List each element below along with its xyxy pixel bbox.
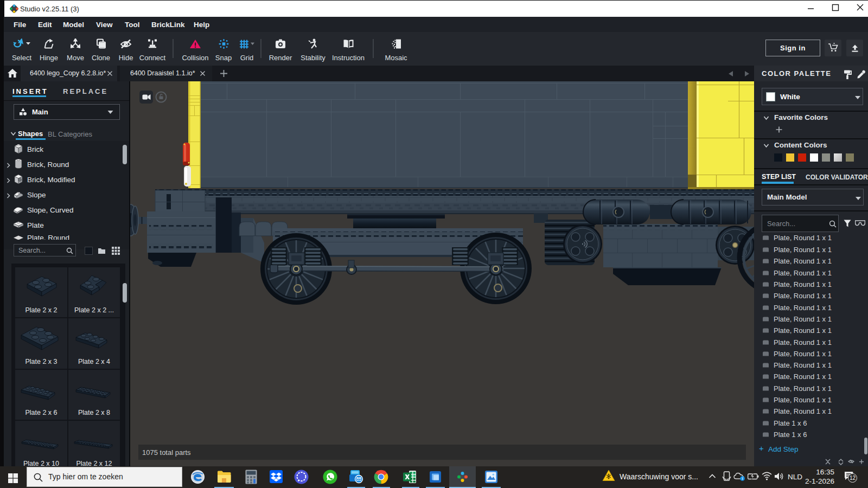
svg-text:i: i — [742, 477, 743, 480]
svg-text:1075 total parts: 1075 total parts — [142, 448, 191, 457]
